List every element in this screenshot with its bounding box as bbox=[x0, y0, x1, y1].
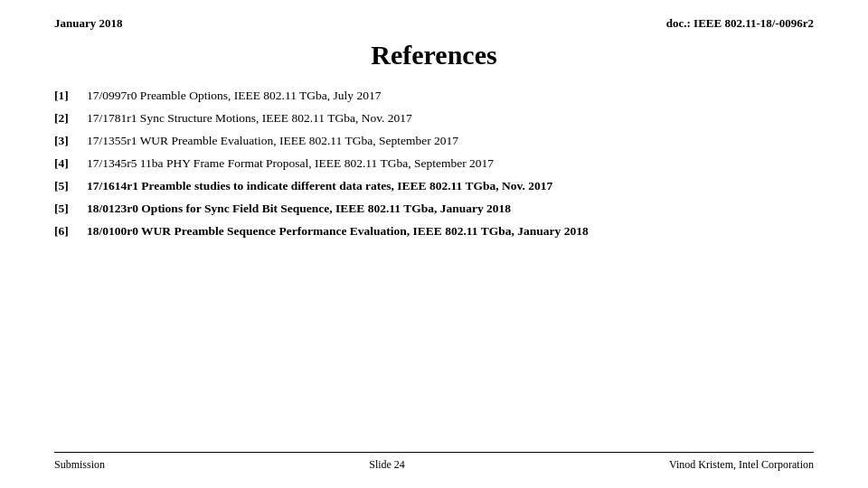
ref-tag: [2] bbox=[54, 109, 87, 128]
title-section: References bbox=[54, 40, 814, 70]
footer-submission: Submission bbox=[54, 458, 105, 472]
footer: Submission Slide 24 Vinod Kristem, Intel… bbox=[54, 452, 814, 472]
reference-item: [3]17/1355r1 WUR Preamble Evaluation, IE… bbox=[54, 132, 814, 151]
ref-tag: [3] bbox=[54, 132, 87, 151]
reference-item: [5]17/1614r1 Preamble studies to indicat… bbox=[54, 177, 814, 196]
reference-item: [6]18/0100r0 WUR Preamble Sequence Perfo… bbox=[54, 222, 814, 241]
footer-author: Vinod Kristem, Intel Corporation bbox=[669, 458, 814, 472]
ref-text: 17/1355r1 WUR Preamble Evaluation, IEEE … bbox=[87, 132, 814, 151]
ref-text: 17/1614r1 Preamble studies to indicate d… bbox=[87, 177, 814, 196]
ref-tag: [4] bbox=[54, 155, 87, 174]
ref-text: 17/1781r1 Sync Structure Motions, IEEE 8… bbox=[87, 109, 814, 128]
reference-item: [5]18/0123r0 Options for Sync Field Bit … bbox=[54, 200, 814, 219]
ref-text: 17/0997r0 Preamble Options, IEEE 802.11 … bbox=[87, 87, 814, 106]
reference-item: [1]17/0997r0 Preamble Options, IEEE 802.… bbox=[54, 87, 814, 106]
header-doc: doc.: IEEE 802.11-18/-0096r2 bbox=[666, 16, 814, 31]
ref-text: 18/0100r0 WUR Preamble Sequence Performa… bbox=[87, 222, 814, 241]
footer-slide: Slide 24 bbox=[369, 458, 405, 472]
ref-text: 17/1345r5 11ba PHY Frame Format Proposal… bbox=[87, 155, 814, 174]
ref-tag: [5] bbox=[54, 200, 87, 219]
reference-item: [4]17/1345r5 11ba PHY Frame Format Propo… bbox=[54, 155, 814, 174]
header: January 2018 doc.: IEEE 802.11-18/-0096r… bbox=[54, 16, 814, 31]
reference-item: [2]17/1781r1 Sync Structure Motions, IEE… bbox=[54, 109, 814, 128]
ref-tag: [6] bbox=[54, 222, 87, 241]
ref-tag: [5] bbox=[54, 177, 87, 196]
page: January 2018 doc.: IEEE 802.11-18/-0096r… bbox=[0, 0, 868, 488]
page-title: References bbox=[54, 40, 814, 70]
ref-text: 18/0123r0 Options for Sync Field Bit Seq… bbox=[87, 200, 814, 219]
references-list: [1]17/0997r0 Preamble Options, IEEE 802.… bbox=[54, 87, 814, 452]
header-date: January 2018 bbox=[54, 16, 122, 31]
ref-tag: [1] bbox=[54, 87, 87, 106]
